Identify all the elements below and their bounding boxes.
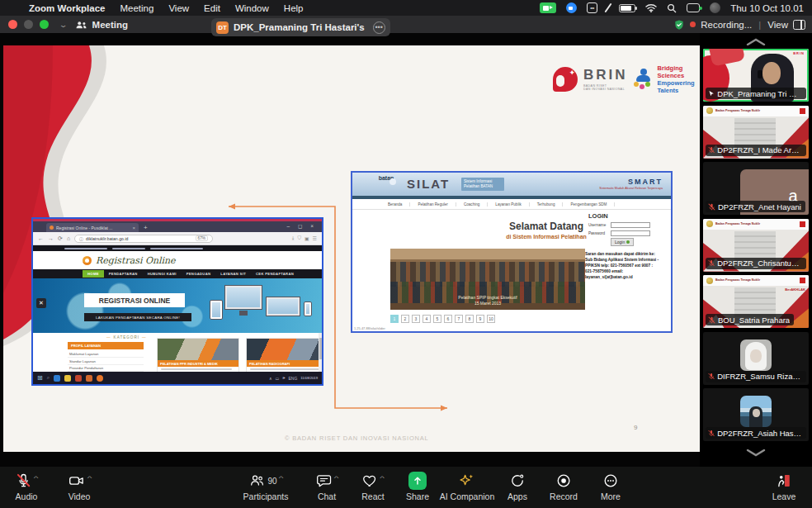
card-title: PELATIHAN PPR INDUSTRI & MEDIK xyxy=(158,360,238,367)
react-button[interactable]: ^ React xyxy=(361,472,384,501)
nav-item: LAYANAN SIT xyxy=(215,272,251,276)
card-title: PELATIHAN RADIOGRAFI xyxy=(247,360,323,367)
record-label: Record xyxy=(550,491,578,501)
creative-cloud-icon[interactable]: ∞ xyxy=(587,2,597,13)
menu-item-app[interactable]: Zoom Workplace xyxy=(21,3,112,13)
windows-start-icon: ⊞ xyxy=(37,374,43,382)
minimize-window-button[interactable] xyxy=(24,20,33,29)
password-field xyxy=(611,230,650,236)
participant-tile[interactable]: BRIN DPK_Pramaning Tri Has... xyxy=(703,49,809,102)
view-button-label[interactable]: View xyxy=(767,20,788,30)
ai-companion-button[interactable]: AI Companion xyxy=(440,472,495,501)
react-label: React xyxy=(361,491,384,501)
react-chevron[interactable]: ^ xyxy=(380,474,385,482)
battery-icon[interactable] xyxy=(619,4,635,12)
user-switch-icon[interactable] xyxy=(687,3,700,12)
favicon xyxy=(50,226,54,230)
participant-tile[interactable]: a DP2FRZR_Anet Hayani xyxy=(703,162,809,215)
chat-button[interactable]: ^ Chat xyxy=(316,472,338,501)
participants-label: Participants xyxy=(243,491,289,501)
leave-door-icon xyxy=(775,472,793,489)
slide-footer-copyright: © BADAN RISET DAN INOVASI NASIONAL xyxy=(285,434,429,442)
phone-mockup xyxy=(304,301,312,316)
participant-name: DP2FRZR_Anet Hayani xyxy=(718,202,801,211)
camera-badge-icon[interactable] xyxy=(540,2,556,13)
apps-button[interactable]: Apps xyxy=(508,472,527,501)
menu-item-view[interactable]: View xyxy=(161,3,196,13)
scroll-up-button[interactable] xyxy=(700,33,812,49)
record-button[interactable]: Record xyxy=(550,472,578,501)
view-layout-icon[interactable] xyxy=(793,20,805,30)
berakhlak-badge: BerAKHLAK xyxy=(785,287,805,292)
tablet-mockup xyxy=(210,300,223,320)
silat-nav-item: Pelatihan Reguler xyxy=(410,202,456,207)
daftar-button: Daftar xyxy=(161,386,178,387)
chat-label: Chat xyxy=(318,491,336,501)
video-button[interactable]: ^ Video xyxy=(68,472,92,501)
siri-icon[interactable] xyxy=(710,2,720,13)
fullscreen-window-button[interactable] xyxy=(40,20,49,29)
menu-item-help[interactable]: Help xyxy=(276,3,311,13)
participant-tile[interactable]: Badan Pengawas Tenaga Nuklir DP2FRZR_Chr… xyxy=(703,219,809,272)
menu-item-window[interactable]: Window xyxy=(228,3,276,13)
page-dot: 6 xyxy=(444,315,452,323)
participant-tile[interactable]: Badan Pengawas Tenaga Nuklir DP2FRZR_I M… xyxy=(703,106,809,159)
audio-options-chevron[interactable]: ^ xyxy=(34,474,39,482)
daftar-button: Daftar xyxy=(250,386,267,387)
menu-item-meeting[interactable]: Meeting xyxy=(112,3,161,13)
registrasi-nav: HOME PENDAFTARAN HUBUNGI KAMI PENGADUAN … xyxy=(33,269,322,278)
scroll-down-button[interactable] xyxy=(700,444,812,460)
apps-label: Apps xyxy=(508,491,527,501)
page-dot: 5 xyxy=(433,315,441,323)
pill-more-button[interactable]: ••• xyxy=(373,21,385,34)
more-button[interactable]: More xyxy=(601,472,621,501)
video-options-chevron[interactable]: ^ xyxy=(87,474,92,482)
heart-icon xyxy=(362,472,379,489)
contact-strip xyxy=(33,245,322,251)
search-icon[interactable] xyxy=(667,3,677,13)
menu-bar-clock[interactable]: Thu 10 Oct 10.01 xyxy=(730,3,804,13)
silat-nav: Beranda Pelatihan Reguler Coaching Layan… xyxy=(352,199,671,210)
sidebar-header: PROFIL LAYANAN xyxy=(68,342,144,349)
zoom-app-icon[interactable] xyxy=(566,2,577,13)
login-button: Login xyxy=(611,238,634,246)
window-title: Meeting xyxy=(92,20,128,30)
firefox-toolbar: ←→ ⟳⌂ ⓘ diklatnuklir.batan.go.id 67% ⤓⛉▣… xyxy=(33,232,322,245)
participants-button[interactable]: 90 ^ Participants xyxy=(243,472,289,501)
participants-chevron[interactable]: ^ xyxy=(279,474,284,482)
tab-title: Registrasi Online - Pusdiklat ... xyxy=(56,226,130,230)
chevron-down-icon[interactable]: ⌄ xyxy=(59,21,68,29)
firefox-titlebar: Registrasi Online - Pusdiklat ... × + – … xyxy=(33,221,322,232)
menu-item-edit[interactable]: Edit xyxy=(196,3,228,13)
sidebar-item: Maklumat Layanan xyxy=(68,351,144,358)
monitor-mockup xyxy=(224,285,262,310)
silat-group-photo: Pelatihan SPIP tingkat Eksekutif 15 Mare… xyxy=(390,249,585,310)
gear-icon: ✕ xyxy=(36,298,46,308)
silat-header: batan SILAT Sistem Informasi Pelatihan B… xyxy=(352,173,671,196)
more-label: More xyxy=(601,491,621,501)
pen-icon[interactable] xyxy=(607,2,609,13)
silat-title: SILAT xyxy=(407,177,450,191)
participant-name: DP2FRZR_Asiah Hasanah xyxy=(717,429,802,438)
participant-name: DIFRZR_Samsu Riza Wi... xyxy=(717,372,802,381)
muted-mic-icon xyxy=(708,203,715,211)
participant-tile[interactable]: DIFRZR_Samsu Riza Wi... xyxy=(703,332,809,385)
wifi-icon[interactable] xyxy=(645,3,657,12)
chat-chevron[interactable]: ^ xyxy=(334,474,339,482)
participant-tile[interactable]: Badan Pengawas Tenaga Nuklir BerAKHLAK B… xyxy=(703,275,809,328)
close-window-button[interactable] xyxy=(8,20,17,29)
bapeten-header: Badan Pengawas Tenaga Nuklir xyxy=(715,278,760,282)
share-button[interactable]: Share xyxy=(406,472,429,501)
new-tab-icon: + xyxy=(144,224,148,231)
speaker-avatar: DT xyxy=(216,21,229,34)
participant-name: DP2FRZR_I Made Ardana xyxy=(717,145,802,154)
audio-button[interactable]: ^ Audio xyxy=(16,472,38,501)
participant-tile[interactable]: DP2FRZR_Asiah Hasanah xyxy=(703,388,809,441)
back-icon: ← xyxy=(38,235,44,241)
silat-nav-item: Coaching xyxy=(456,202,488,207)
active-speaker-pill[interactable]: DT DPK_Pramaning Tri Hastari's ••• xyxy=(211,18,390,36)
security-shield-icon[interactable] xyxy=(673,19,685,31)
leave-button[interactable]: Leave xyxy=(772,472,796,501)
taskbar-firefox-icon xyxy=(97,375,103,382)
record-icon xyxy=(555,472,572,489)
